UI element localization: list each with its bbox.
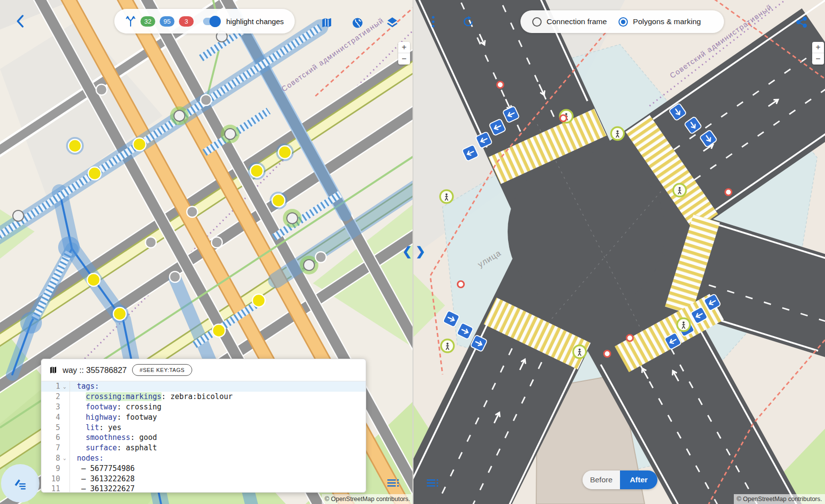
gutter-divider [69,412,70,422]
code-text: – 3613222628 [77,474,135,483]
edit-list-fab[interactable] [1,464,39,503]
way-icon [49,366,57,374]
see-key-tags-button[interactable]: #SEE KEY:TAGS [132,364,192,376]
left-map-panel: Советский административный 32 95 3 highl… [0,0,413,504]
gutter-divider [69,381,70,392]
right-map-panel: Советский административный улица Connect… [413,0,825,504]
gutter-divider [69,433,70,443]
line-number: 9 [41,464,60,473]
app-window: Советский административный 32 95 3 highl… [0,0,825,504]
collapse-chevron-icon[interactable]: ⌄ [60,384,69,389]
highlight-changes-toggle[interactable] [203,18,220,25]
code-text: highway: footway [77,413,157,422]
code-line[interactable]: 3 footway: crossing [41,402,366,412]
code-line[interactable]: 1⌄tags: [41,381,366,392]
line-number: 10 [41,474,60,483]
left-legend-button[interactable] [387,479,400,490]
share-nodes-icon[interactable] [793,14,810,31]
left-zoom-out-button[interactable]: − [398,53,410,65]
code-line[interactable]: 10 – 3613222628 [41,473,366,484]
after-button[interactable]: After [620,470,657,489]
feature-info-header: way :: 355786827 #SEE KEY:TAGS [41,359,366,381]
highlight-changes-label: highlight changes [226,17,284,26]
gutter-divider [69,392,70,402]
code-line[interactable]: 4 highway: footway [41,412,366,422]
code-line[interactable]: 2 crossing:markings: zebra:bicolour [41,392,366,402]
more-options-icon[interactable] [425,13,442,30]
toggle-knob [209,16,221,27]
code-text: surface: asphalt [77,443,157,452]
gutter-divider [69,484,70,493]
code-text: – 3613222627 [77,484,135,493]
line-number: 5 [41,423,60,432]
code-line[interactable]: 9 – 5677754986 [41,463,366,473]
radio-connection-frame[interactable] [532,17,542,27]
globe-icon[interactable] [349,14,366,31]
line-number: 7 [41,443,60,452]
right-legend-button[interactable] [427,479,440,490]
gutter-divider [69,422,70,433]
gutter-divider [69,463,70,473]
code-line[interactable]: 6 smoothness: good [41,433,366,443]
line-number: 11 [41,484,60,493]
collapse-chevron-icon[interactable]: ⌄ [60,455,69,461]
right-zoom-in-button[interactable]: + [812,42,824,53]
before-button[interactable]: Before [583,470,620,489]
layers-icon[interactable] [384,14,401,31]
back-button[interactable] [12,13,29,30]
feature-title: way :: 355786827 [63,366,127,375]
collapse-right-icon[interactable]: ❯ [415,245,425,257]
panel-resize-arrows[interactable]: ❮ ❯ [402,245,425,257]
code-text: smoothness: good [77,433,157,442]
view-mode-toolbar: Connection frame Polygons & marking [520,10,724,33]
code-text: footway: crossing [77,403,162,411]
pencil-list-icon [13,477,28,490]
code-text: – 5677754986 [77,464,135,473]
line-number: 6 [41,433,60,442]
left-attribution: © OpenStreetMap contributors. [322,494,413,504]
tag-editor[interactable]: 1⌄tags:2 crossing:markings: zebra:bicolo… [41,381,366,493]
right-map-canvas[interactable]: Советский административный улица [413,0,825,504]
left-zoom-in-button[interactable]: + [398,42,410,53]
line-number: 8 [41,454,60,463]
map-icon[interactable] [318,14,335,31]
refresh-icon[interactable] [460,13,477,30]
line-number: 1 [41,382,60,391]
gutter-divider [69,453,70,464]
created-count-badge[interactable]: 32 [140,16,155,27]
radio-connection-frame-label[interactable]: Connection frame [547,17,607,26]
code-text: lit: yes [77,423,121,432]
code-line[interactable]: 8⌄nodes: [41,453,366,464]
before-after-toggle: Before After [583,470,657,489]
line-number: 4 [41,413,60,422]
gutter-divider [69,473,70,484]
code-text: nodes: [77,454,103,463]
code-line[interactable]: 7 surface: asphalt [41,443,366,453]
split-branches-icon [125,15,136,27]
changes-toolbar: 32 95 3 highlight changes [114,9,295,34]
gutter-divider [69,443,70,453]
modified-count-badge[interactable]: 95 [160,16,174,27]
right-zoom-out-button[interactable]: − [812,53,824,65]
feature-info-panel: way :: 355786827 #SEE KEY:TAGS 1⌄tags:2 … [41,359,366,493]
deleted-count-badge[interactable]: 3 [179,16,194,27]
collapse-left-icon[interactable]: ❮ [402,245,412,257]
code-text: tags: [77,382,99,391]
code-text: crossing:markings: zebra:bicolour [77,392,233,401]
left-zoom-control: + − [398,42,410,65]
right-zoom-control: + − [812,42,824,65]
line-number: 3 [41,403,60,411]
code-line[interactable]: 11 – 3613222627 [41,484,366,493]
radio-polygons-marking-label[interactable]: Polygons & marking [633,17,701,26]
line-number: 2 [41,392,60,401]
code-line[interactable]: 5 lit: yes [41,422,366,433]
gutter-divider [69,402,70,412]
right-attribution: © OpenStreetMap contributors. [734,494,825,504]
radio-polygons-marking[interactable] [619,17,628,27]
